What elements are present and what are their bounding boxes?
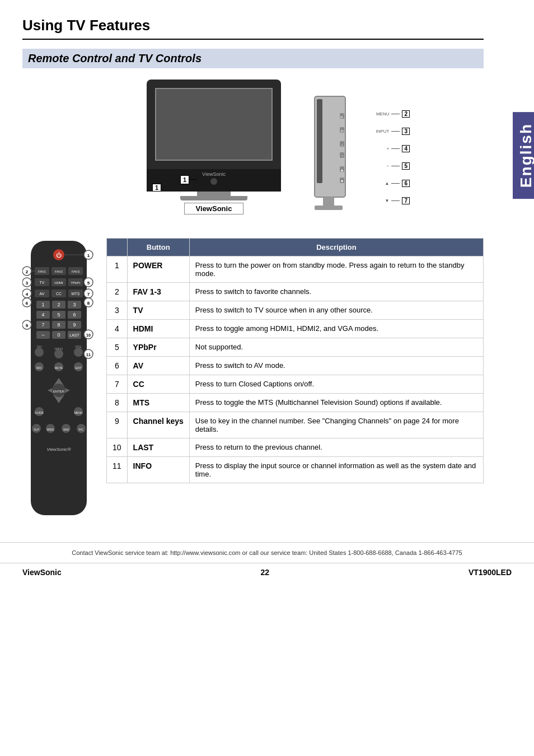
row-button: FAV 1-3 bbox=[127, 283, 189, 301]
side-btn-label-volup: + bbox=[369, 146, 389, 151]
col-button-header: Button bbox=[127, 239, 189, 256]
side-btn-label-voldown: − bbox=[369, 164, 389, 169]
svg-text:8: 8 bbox=[87, 301, 90, 306]
row-num: 11 bbox=[107, 457, 128, 483]
svg-text:FAV2: FAV2 bbox=[55, 270, 63, 273]
svg-text:9: 9 bbox=[73, 322, 76, 328]
remote-svg: ⏻ FAV1 FAV2 FAV3 TV HDMI YPbPr bbox=[22, 238, 95, 524]
num-box-1: 1 bbox=[152, 184, 161, 192]
remote-diagram-column: ⏻ FAV1 FAV2 FAV3 TV HDMI YPbPr bbox=[22, 238, 95, 525]
tv-viewsonic-label: ViewSonic bbox=[184, 203, 244, 214]
svg-text:10: 10 bbox=[86, 333, 91, 337]
side-num-2: 2 bbox=[402, 110, 410, 118]
side-line-voldown bbox=[391, 166, 400, 166]
svg-rect-2 bbox=[323, 197, 334, 206]
svg-text:FAV3: FAV3 bbox=[72, 270, 80, 273]
row-button: HDMI bbox=[127, 320, 189, 338]
svg-text:0: 0 bbox=[57, 332, 60, 338]
table-row: 6AVPress to switch to AV mode. bbox=[107, 357, 484, 375]
svg-text:6: 6 bbox=[26, 301, 29, 306]
language-tab: English bbox=[513, 112, 534, 199]
side-line-input bbox=[391, 131, 400, 132]
row-description: Press to display the input source or cha… bbox=[189, 457, 483, 483]
table-row: 2FAV 1-3Press to switch to favorite chan… bbox=[107, 283, 484, 301]
diagram-area: ViewSonic 1 ViewSonic 1 bbox=[22, 80, 484, 221]
side-line-chup bbox=[391, 183, 400, 184]
row-description: Press to turn the power on from standby … bbox=[189, 256, 483, 283]
side-btn-row-chup: ▲ 6 bbox=[369, 180, 410, 187]
row-description: Press to switch to AV mode. bbox=[189, 357, 483, 375]
side-btn-row-input: INPUT 3 bbox=[369, 128, 410, 135]
row-num: 2 bbox=[107, 283, 128, 301]
svg-text:EXIT: EXIT bbox=[75, 366, 81, 370]
tv-body bbox=[147, 80, 281, 169]
svg-text:SRC: SRC bbox=[36, 366, 43, 370]
footer-brand: ViewSonic bbox=[22, 568, 62, 577]
svg-text:11: 11 bbox=[86, 353, 91, 357]
col-description-header: Description bbox=[189, 239, 483, 256]
table-row: 4HDMIPress to toggle among HDMI1, HDMI2,… bbox=[107, 320, 484, 338]
row-description: Press to switch to favorite channels. bbox=[189, 283, 483, 301]
table-row: 3TVPress to switch to TV source when in … bbox=[107, 301, 484, 320]
table-row: 10LASTPress to return to the previous ch… bbox=[107, 438, 484, 457]
svg-text:IN: IN bbox=[341, 129, 344, 133]
svg-text:3: 3 bbox=[73, 302, 76, 307]
svg-text:AV: AV bbox=[40, 292, 45, 296]
svg-text:1: 1 bbox=[87, 253, 90, 258]
svg-text:4: 4 bbox=[41, 312, 44, 318]
language-label: English bbox=[517, 123, 534, 188]
svg-point-64 bbox=[54, 349, 63, 358]
svg-text:FAV1: FAV1 bbox=[38, 270, 46, 273]
svg-text:4: 4 bbox=[26, 292, 29, 297]
tv-label-1-container: 1 bbox=[180, 179, 197, 180]
side-line-volup bbox=[391, 148, 400, 149]
footer-text: Contact ViewSonic service team at: http:… bbox=[72, 549, 462, 556]
svg-text:1: 1 bbox=[41, 302, 44, 307]
svg-text:2: 2 bbox=[57, 302, 60, 307]
tv-side-svg: M IN + − ▲ ▼ bbox=[303, 91, 359, 220]
row-button: Channel keys bbox=[127, 412, 189, 438]
row-num: 4 bbox=[107, 320, 128, 338]
tv-brand-front: ViewSonic bbox=[147, 169, 281, 188]
svg-text:HDMI: HDMI bbox=[54, 281, 63, 284]
row-button: CC bbox=[127, 375, 189, 394]
row-description: Press to toggle the MTS (Multichannel Te… bbox=[189, 394, 483, 412]
tv-num1-label: 1 bbox=[152, 184, 161, 192]
side-btn-label-menu: MENU bbox=[369, 111, 389, 116]
row-description: Not supported. bbox=[189, 338, 483, 357]
table-row: 9Channel keysUse to key in the channel n… bbox=[107, 412, 484, 438]
svg-rect-3 bbox=[315, 206, 343, 210]
row-button: POWER bbox=[127, 256, 189, 283]
svg-text:WIDE: WIDE bbox=[46, 428, 54, 431]
svg-text:+: + bbox=[341, 143, 343, 147]
svg-text:8: 8 bbox=[57, 322, 60, 328]
table-row: 7CCPress to turn Closed Captions on/off. bbox=[107, 375, 484, 394]
table-wrapper: Button Description 1POWERPress to turn t… bbox=[106, 238, 484, 525]
table-row: 5YPbPrNot supported. bbox=[107, 338, 484, 357]
row-description: Press to toggle among HDMI1, HDMI2, and … bbox=[189, 320, 483, 338]
page-title: Using TV Features bbox=[22, 17, 484, 40]
row-button: INFO bbox=[127, 457, 189, 483]
tv-brand-label: ViewSonic bbox=[149, 171, 279, 177]
side-btn-row-volup: + 4 bbox=[369, 145, 410, 152]
tv-front-diagram: ViewSonic 1 ViewSonic 1 bbox=[147, 80, 281, 214]
footer-model: VT1900LED bbox=[469, 568, 512, 577]
row-num: 7 bbox=[107, 375, 128, 394]
svg-rect-1 bbox=[317, 99, 322, 183]
row-num: 9 bbox=[107, 412, 128, 438]
svg-point-66 bbox=[74, 348, 83, 357]
table-row: 11INFOPress to display the input source … bbox=[107, 457, 484, 483]
svg-text:9: 9 bbox=[26, 323, 29, 328]
svg-text:LAST: LAST bbox=[69, 333, 79, 337]
row-button: AV bbox=[127, 357, 189, 375]
row-num: 1 bbox=[107, 256, 128, 283]
svg-text:M: M bbox=[340, 115, 343, 119]
side-num-4: 4 bbox=[402, 145, 410, 152]
svg-text:MUTE: MUTE bbox=[55, 366, 63, 370]
footer-page-number: 22 bbox=[261, 568, 270, 577]
row-description: Press to turn Closed Captions on/off. bbox=[189, 375, 483, 394]
svg-point-62 bbox=[35, 348, 44, 357]
svg-text:MTS: MTS bbox=[72, 292, 80, 296]
page-footer: ViewSonic 22 VT1900LED bbox=[0, 563, 534, 581]
table-row: 8MTSPress to toggle the MTS (Multichanne… bbox=[107, 394, 484, 412]
